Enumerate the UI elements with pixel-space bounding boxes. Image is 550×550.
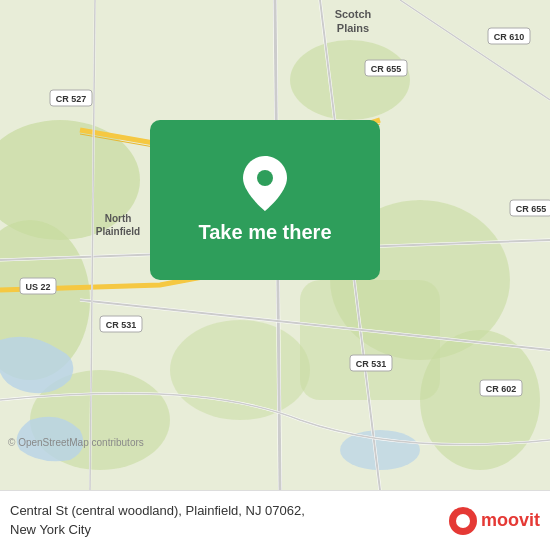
svg-text:CR 602: CR 602 (486, 384, 517, 394)
moovit-icon-inner (456, 514, 470, 528)
svg-point-7 (170, 320, 310, 420)
svg-text:Plains: Plains (337, 22, 369, 34)
action-button[interactable]: Take me there (150, 120, 380, 280)
svg-text:CR 610: CR 610 (494, 32, 525, 42)
take-me-there-label: Take me there (198, 221, 331, 244)
svg-text:North: North (105, 213, 132, 224)
svg-point-8 (290, 40, 410, 120)
svg-point-9 (340, 430, 420, 470)
svg-text:CR 527: CR 527 (56, 94, 87, 104)
svg-rect-6 (300, 280, 440, 400)
svg-text:CR 531: CR 531 (106, 320, 137, 330)
openstreetmap-credit: © OpenStreetMap contributors (8, 437, 144, 448)
footer-bar: Central St (central woodland), Plainfiel… (0, 490, 550, 550)
footer-address: Central St (central woodland), Plainfiel… (10, 502, 441, 538)
svg-text:CR 655: CR 655 (516, 204, 547, 214)
location-pin-icon (243, 156, 287, 211)
svg-point-32 (257, 170, 273, 186)
moovit-icon (449, 507, 477, 535)
moovit-logo-text: moovit (481, 510, 540, 531)
svg-text:Plainfield: Plainfield (96, 226, 140, 237)
moovit-logo: moovit (449, 507, 540, 535)
svg-text:US 22: US 22 (25, 282, 50, 292)
map-container: CR 527 US 22 CR 655 CR 610 CR 655 US 22 … (0, 0, 550, 490)
svg-text:CR 655: CR 655 (371, 64, 402, 74)
svg-text:CR 531: CR 531 (356, 359, 387, 369)
svg-text:Scotch: Scotch (335, 8, 372, 20)
